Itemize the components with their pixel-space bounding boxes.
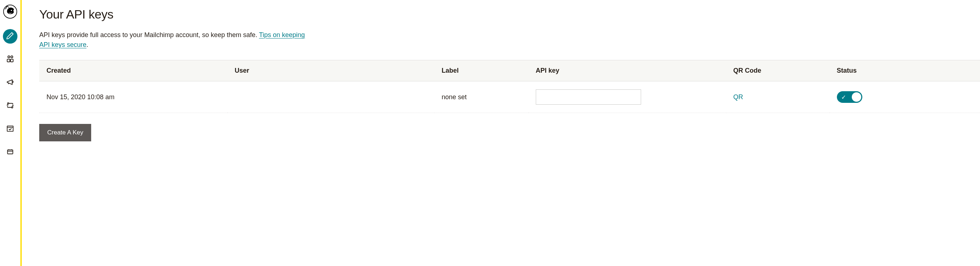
cell-qr: QR — [726, 81, 830, 113]
api-key-input[interactable] — [536, 89, 641, 105]
sidebar — [0, 0, 22, 266]
col-header-user: User — [228, 61, 434, 81]
content-icon — [6, 148, 14, 157]
mailchimp-logo[interactable] — [3, 4, 18, 20]
cell-user — [228, 81, 434, 113]
table-header-row: Created User Label API key QR Code Statu… — [39, 61, 980, 81]
cell-status: ✓ — [830, 81, 980, 113]
megaphone-icon — [6, 78, 14, 88]
svg-point-1 — [11, 10, 12, 11]
nav-content[interactable] — [3, 145, 18, 160]
svg-point-7 — [12, 107, 13, 108]
svg-rect-9 — [8, 150, 13, 154]
main-content: Your API keys API keys provide full acce… — [22, 0, 980, 266]
svg-point-3 — [11, 56, 13, 58]
page-title: Your API keys — [39, 7, 980, 21]
cell-label: none set — [434, 81, 528, 113]
col-header-status: Status — [830, 61, 980, 81]
svg-point-6 — [8, 103, 9, 104]
api-keys-table: Created User Label API key QR Code Statu… — [39, 60, 980, 113]
intro-text-body: API keys provide full access to your Mai… — [39, 31, 259, 38]
intro-text: API keys provide full access to your Mai… — [39, 30, 308, 50]
nav-audience[interactable] — [3, 53, 18, 67]
toggle-knob — [852, 92, 861, 102]
qr-link[interactable]: QR — [733, 93, 743, 101]
table-row: Nov 15, 2020 10:08 am none set QR ✓ — [39, 81, 980, 113]
svg-rect-4 — [7, 59, 10, 62]
intro-period: . — [86, 41, 88, 48]
col-header-apikey: API key — [528, 61, 726, 81]
svg-rect-8 — [7, 126, 13, 132]
col-header-qr: QR Code — [726, 61, 830, 81]
nav-campaigns[interactable] — [3, 76, 18, 90]
pencil-icon — [6, 32, 14, 41]
check-icon: ✓ — [841, 94, 846, 101]
nav-create[interactable] — [3, 29, 18, 44]
nav-website[interactable] — [3, 122, 18, 137]
col-header-label: Label — [434, 61, 528, 81]
create-key-button[interactable]: Create A Key — [39, 124, 91, 141]
automations-icon — [6, 101, 14, 111]
col-header-created: Created — [39, 61, 228, 81]
cell-created: Nov 15, 2020 10:08 am — [39, 81, 228, 113]
audience-icon — [6, 55, 14, 64]
svg-point-2 — [8, 56, 10, 58]
status-toggle[interactable]: ✓ — [837, 91, 862, 103]
website-icon — [6, 125, 14, 134]
cell-apikey — [528, 81, 726, 113]
nav-automations[interactable] — [3, 99, 18, 113]
svg-rect-5 — [11, 59, 13, 62]
